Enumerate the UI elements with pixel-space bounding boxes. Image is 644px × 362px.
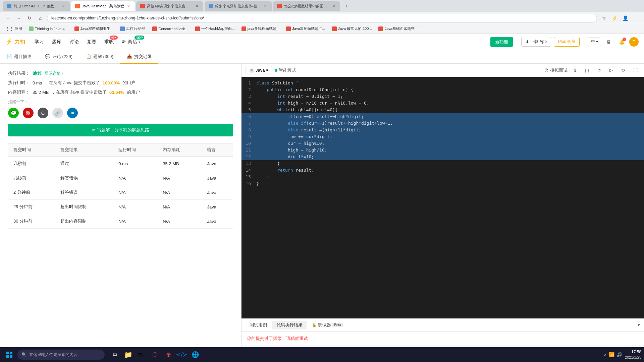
undo-button[interactable]: ↺ — [594, 66, 604, 75]
extensions-button[interactable]: ⚡ — [610, 14, 619, 22]
tab-submissions[interactable]: 📤 提交记录 — [120, 50, 158, 64]
chrome-button[interactable]: 🌐 — [189, 349, 201, 361]
browser-tab-2[interactable]: Java HashMap | 菜鸟教程 ✕ — [71, 1, 135, 11]
idea-button[interactable]: ⬡ — [149, 349, 161, 361]
profile-button[interactable]: 👤 — [621, 14, 629, 22]
forward-button[interactable]: → — [15, 14, 23, 22]
table-row[interactable]: 29 分钟前 超出时间限制 N/A N/A Java — [8, 200, 233, 214]
table-row[interactable]: 30 分钟前 超出内存限制 N/A N/A Java — [8, 214, 233, 229]
tab-debugger[interactable]: 🔒 调试器 Beta — [308, 321, 347, 329]
tab-close-4[interactable]: ✕ — [263, 4, 268, 8]
cell-time-0: 几秒前 — [8, 157, 55, 171]
table-row[interactable]: 几秒前 解答错误 N/A N/A Java — [8, 171, 233, 185]
nav-contest[interactable]: 竞赛 — [86, 38, 98, 46]
tab-close-1[interactable]: ✕ — [61, 4, 66, 8]
fullscreen-button[interactable]: ⛶ — [631, 66, 640, 75]
volume-icon[interactable]: 🔊 — [616, 352, 622, 357]
github-share-icon[interactable]: ⊙ — [38, 108, 48, 118]
git-button[interactable]: ⊕ — [162, 349, 174, 361]
back-button[interactable]: ← — [4, 14, 12, 22]
systray-expand[interactable]: ∧ — [604, 352, 607, 357]
new-feature-button[interactable]: 新功能 — [490, 37, 513, 47]
col-header-lang: 语言 — [202, 143, 233, 157]
cell-status-0[interactable]: 通过 — [55, 157, 113, 171]
info-button[interactable]: ℹ — [570, 66, 580, 75]
home-button[interactable]: ⌂ — [36, 14, 44, 22]
refresh-button[interactable]: ↻ — [25, 14, 34, 22]
bookmark-7[interactable]: Java常见面试题汇... — [283, 25, 328, 32]
linkedin-share-icon[interactable]: in — [67, 108, 78, 118]
url-input[interactable]: leetcode-cn.com/problems/1nzheng-shu-zho… — [47, 14, 597, 22]
nav-problems[interactable]: 题库 — [51, 38, 63, 46]
bookmark-button[interactable]: ☆ — [600, 14, 608, 22]
explorer-button[interactable]: 📁 — [122, 349, 134, 361]
intelligent-mode-toggle[interactable]: 智能模式 — [275, 67, 296, 73]
menu-button[interactable]: ⋮ — [632, 14, 640, 22]
cell-status-3[interactable]: 超出时间限制 — [55, 200, 113, 214]
notification-button[interactable]: 🔔 1 — [616, 37, 627, 47]
browser-tab-3[interactable]: 高德Api实现多个信息窗口_百度... ✕ — [136, 1, 203, 11]
cell-status-1[interactable]: 解答错误 — [55, 171, 113, 185]
exec-status: 通过 — [33, 70, 42, 76]
user-avatar[interactable]: T — [629, 37, 639, 47]
tab-comments[interactable]: 💬 评论 (229) — [38, 50, 79, 64]
cell-lang-1: Java — [202, 171, 233, 185]
system-clock[interactable]: 17:58 2021/1/23 — [625, 349, 641, 360]
lc-logo[interactable]: ⚡ 力扣 — [5, 38, 25, 46]
bookmark-5[interactable]: 一个HashMap跟面... — [193, 25, 237, 32]
code-editor[interactable]: 1class Solution {2 public int countDigit… — [241, 77, 644, 318]
weibo-share-icon[interactable]: 微 — [23, 108, 34, 118]
nav-jobs[interactable]: 求职 99+ — [103, 38, 115, 46]
bookmark-4[interactable]: ConcurrentHash... — [150, 26, 191, 32]
new-tab-button[interactable]: + — [341, 1, 351, 11]
bookmark-8[interactable]: Java 最常见的 200... — [329, 25, 375, 32]
code-line: 10 cur = high%10; — [241, 140, 644, 147]
bookmark-2[interactable]: Java程序员职业生... — [72, 25, 116, 32]
mock-interview-button[interactable]: ⏱ 模拟面试 — [544, 67, 568, 73]
link-share-icon[interactable]: 🔗 — [52, 108, 63, 118]
nav-learn[interactable]: 学习 — [33, 38, 45, 46]
store-button[interactable]: 🛍 — [136, 349, 148, 361]
write-solution-button[interactable]: ✏ 写题解，分享我的解题思路 — [8, 124, 233, 136]
wechat-share-icon[interactable]: 💬 — [8, 108, 19, 118]
expand-button[interactable]: ▾ — [638, 322, 640, 327]
tab-close-5[interactable]: ✕ — [331, 4, 336, 8]
bookmark-icon-2 — [74, 26, 79, 31]
language-selector[interactable]: 中 ▾ — [588, 37, 601, 46]
plus-button[interactable]: Plus 会员 — [554, 37, 580, 47]
vscode-button[interactable]: ≺/≻ — [176, 349, 188, 361]
language-dropdown[interactable]: ☕ Java ▾ — [246, 66, 272, 74]
browser-tab-4[interactable]: 给多个点添加信息窗体-信息窗体... ✕ — [205, 1, 272, 11]
start-button[interactable] — [3, 348, 16, 361]
show-detail-link[interactable]: 显示详情 › — [45, 71, 63, 76]
browser-tab-1[interactable]: 剑指 Offer 43. 1 ~ n 整数中 1... ✕ — [3, 1, 70, 11]
link-icon: 🔗 — [55, 110, 61, 116]
bookmark-9[interactable]: Java基础面试题整... — [376, 25, 420, 32]
bookmark-1[interactable]: Thinking in Java 4... — [26, 26, 70, 32]
table-row[interactable]: 2 分钟前 解答错误 N/A N/A Java — [8, 185, 233, 200]
settings-button[interactable]: ⚙ — [619, 66, 628, 75]
browser-tab-5[interactable]: 怎么把js函数结果中的图片地址E... ✕ — [273, 1, 340, 11]
memory-row: 内存消耗： 35.2 MB ，在所有 Java 提交中击败了 63.64% 的用… — [8, 89, 233, 95]
tab-description[interactable]: 📄 题目描述 — [0, 50, 38, 64]
screen-mode-button[interactable]: 🖥 — [604, 37, 614, 47]
bookmark-apps[interactable]: ⋮⋮ 应用 — [3, 25, 25, 32]
tab-solutions[interactable]: 📋 题解 (309) — [79, 50, 120, 64]
cell-status-4[interactable]: 超出内存限制 — [55, 214, 113, 229]
nav-store[interactable]: 🛍 商店 ▾ NEW — [120, 38, 142, 46]
tab-test-case[interactable]: 测试用例 — [246, 321, 271, 329]
format-button[interactable]: { } — [582, 66, 592, 75]
tab-close-2[interactable]: ✕ — [126, 4, 131, 8]
network-icon[interactable]: 📶 — [609, 352, 614, 357]
run-button[interactable]: ▷ — [606, 66, 616, 75]
cell-status-2[interactable]: 解答错误 — [55, 185, 113, 200]
tab-exec-result[interactable]: 代码执行结果 — [272, 321, 307, 329]
taskview-button[interactable]: ⧉ — [109, 349, 121, 361]
nav-discuss[interactable]: 讨论 — [68, 38, 80, 46]
download-app-button[interactable]: ⬇ 下载 App — [521, 37, 551, 47]
table-row[interactable]: 几秒前 通过 0 ms 35.2 MB Java — [8, 157, 233, 171]
taskbar-search[interactable]: 🔍 在这里输入你要搜索的内容 — [17, 350, 105, 360]
bookmark-3[interactable]: 工作台·语雀 — [117, 25, 148, 32]
bookmark-6[interactable]: java多线程面试题... — [239, 25, 282, 32]
tab-close-3[interactable]: ✕ — [195, 4, 199, 8]
